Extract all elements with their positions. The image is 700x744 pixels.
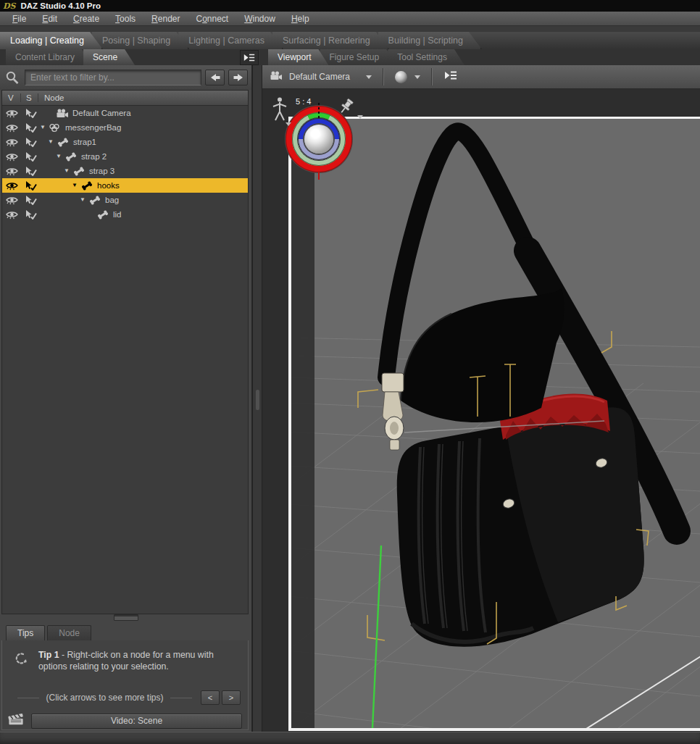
filter-input[interactable] xyxy=(25,70,201,85)
selectable-pointer-icon[interactable] xyxy=(21,181,40,191)
menu-file[interactable]: File xyxy=(4,14,34,24)
visibility-eye-icon[interactable] xyxy=(2,109,21,118)
expand-arrow-icon[interactable]: ▼ xyxy=(72,178,80,193)
tab-surfacing-rendering[interactable]: Surfacing | Rendering xyxy=(272,32,389,49)
node-label: lid xyxy=(113,210,122,219)
tree-row[interactable]: lid xyxy=(2,207,248,222)
arrow-right-icon xyxy=(233,73,244,82)
menu-window[interactable]: Window xyxy=(236,14,283,24)
tree-row[interactable]: Default Camera xyxy=(2,106,248,120)
previous-tip-button[interactable]: < xyxy=(201,690,220,705)
expand-arrow-icon[interactable]: ▼ xyxy=(48,135,57,149)
selectable-pointer-icon[interactable] xyxy=(21,138,40,147)
tab-posing-shaping[interactable]: Posing | Shaping xyxy=(92,32,189,49)
scene-pane: V S Node Default Camera ▼ messengerBag xyxy=(0,65,252,732)
status-strip xyxy=(0,732,700,744)
scene-tree: V S Node Default Camera ▼ messengerBag xyxy=(1,90,249,614)
tab-tips[interactable]: Tips xyxy=(6,625,45,640)
expand-arrow-icon[interactable]: ▼ xyxy=(56,149,64,164)
camera-selector[interactable]: Default Camera xyxy=(289,72,350,82)
tree-row[interactable]: ▼ strap 3 xyxy=(2,164,248,178)
tips-tab-bar: Tips Node xyxy=(1,624,249,641)
video-scene-button[interactable]: Video: Scene xyxy=(31,714,242,729)
visibility-eye-icon[interactable] xyxy=(2,181,21,191)
toolbar-separator xyxy=(383,68,384,85)
chevron-down-icon[interactable] xyxy=(366,75,372,79)
selectable-pointer-icon[interactable] xyxy=(21,167,40,176)
viewport-options-button[interactable] xyxy=(443,70,458,83)
gizmo-top-tick xyxy=(318,103,320,119)
bone-icon xyxy=(72,167,86,176)
selectable-pointer-icon[interactable] xyxy=(21,109,40,118)
menu-bar: File Edit Create Tools Render Connect Wi… xyxy=(0,12,700,26)
viewport-3d-canvas[interactable]: 5 : 4 xyxy=(262,89,700,732)
menu-help[interactable]: Help xyxy=(283,14,317,24)
left-pane-tabs: Content Library Scene xyxy=(6,49,126,65)
menu-edit[interactable]: Edit xyxy=(34,14,65,24)
chevron-down-icon[interactable] xyxy=(414,75,420,79)
visibility-eye-icon[interactable] xyxy=(2,167,21,176)
right-pane-tabs: Viewport Figure Setup Tool Settings xyxy=(268,49,456,65)
viewport-toolbar: Default Camera xyxy=(262,65,700,89)
menu-connect[interactable]: Connect xyxy=(188,14,236,24)
column-selectable: S xyxy=(21,93,38,102)
chevron-down-icon[interactable] xyxy=(357,115,363,119)
pose-figure-icon[interactable] xyxy=(271,96,288,125)
splitter-grip[interactable] xyxy=(114,614,138,621)
tab-viewport[interactable]: Viewport xyxy=(268,49,328,65)
pane-tab-bar: Content Library Scene Viewport Figure Se… xyxy=(0,49,700,65)
gizmo-bottom-tick xyxy=(318,171,320,180)
node-label: Default Camera xyxy=(72,109,131,117)
menu-tools[interactable]: Tools xyxy=(107,14,143,24)
drawstyle-sphere-icon[interactable] xyxy=(395,71,407,83)
next-tip-button[interactable]: > xyxy=(222,690,241,705)
previous-selection-button[interactable] xyxy=(205,70,225,85)
visibility-eye-icon[interactable] xyxy=(2,152,21,162)
tab-building-scripting[interactable]: Building | Scripting xyxy=(378,32,482,49)
bone-icon xyxy=(57,138,70,147)
gizmo-sphere[interactable] xyxy=(304,125,333,154)
tree-row[interactable]: ▼ messengerBag xyxy=(2,120,248,135)
tab-loading-creating[interactable]: Loading | Creating xyxy=(0,32,103,49)
menu-create[interactable]: Create xyxy=(65,14,107,24)
tips-hint-label: (Click arrows to see more tips) xyxy=(46,693,163,703)
scene-3d xyxy=(288,117,700,728)
tab-tool-settings[interactable]: Tool Settings xyxy=(388,49,464,65)
visibility-eye-icon[interactable] xyxy=(2,210,21,220)
panel-splitter[interactable] xyxy=(0,614,251,621)
expand-arrow-icon[interactable]: ▼ xyxy=(80,193,88,207)
expand-arrow-icon[interactable]: ▼ xyxy=(64,164,72,178)
video-row: Video: Scene xyxy=(8,713,242,729)
tree-row[interactable]: ▼ strap 2 xyxy=(2,149,248,164)
aspect-ratio-label: 5 : 4 xyxy=(296,97,311,106)
search-icon xyxy=(4,70,21,85)
selectable-pointer-icon[interactable] xyxy=(21,123,40,133)
next-selection-button[interactable] xyxy=(228,70,248,85)
divider-line xyxy=(170,698,192,698)
visibility-eye-icon[interactable] xyxy=(2,123,21,133)
app-logo-icon: DS xyxy=(3,1,15,11)
camera-icon xyxy=(270,70,283,83)
visibility-eye-icon[interactable] xyxy=(2,138,21,147)
pane-divider[interactable] xyxy=(252,65,262,732)
pin-icon[interactable] xyxy=(336,98,357,120)
tab-figure-setup[interactable]: Figure Setup xyxy=(320,49,396,65)
tab-lighting-cameras[interactable]: Lighting | Cameras xyxy=(178,32,283,49)
selectable-pointer-icon[interactable] xyxy=(21,210,40,220)
chevron-down-icon[interactable] xyxy=(286,122,291,126)
selectable-pointer-icon[interactable] xyxy=(21,196,40,205)
tips-body: Tip 1 - Right-click on a node for a menu… xyxy=(1,640,249,730)
tree-row[interactable]: ▼ strap1 xyxy=(2,135,248,149)
tab-content-library[interactable]: Content Library xyxy=(6,49,92,65)
tab-node[interactable]: Node xyxy=(47,625,91,640)
tab-scene[interactable]: Scene xyxy=(83,49,135,65)
selectable-pointer-icon[interactable] xyxy=(21,152,40,162)
expand-arrow-icon[interactable]: ▼ xyxy=(40,120,49,135)
divider-grip[interactable] xyxy=(256,390,259,410)
menu-render[interactable]: Render xyxy=(143,14,188,24)
left-pane-options-button[interactable] xyxy=(240,50,259,65)
tree-row-selected[interactable]: ▼ hooks xyxy=(2,178,248,193)
group-icon xyxy=(49,123,62,133)
visibility-eye-icon[interactable] xyxy=(2,196,21,205)
tree-row[interactable]: ▼ bag xyxy=(2,193,248,207)
